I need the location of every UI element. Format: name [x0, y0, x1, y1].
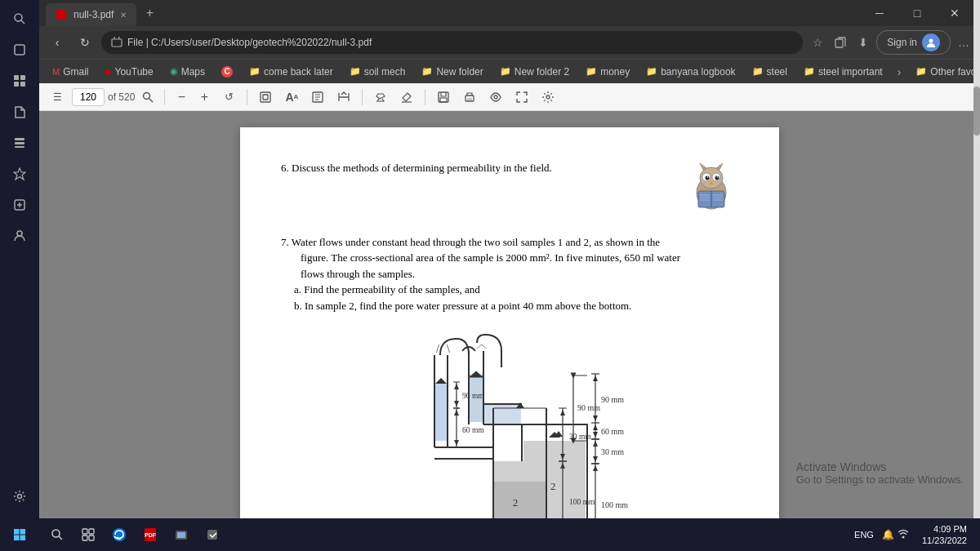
svg-text:90 mm: 90 mm	[462, 392, 484, 400]
back-button[interactable]: ‹	[46, 31, 69, 54]
taskbar-task-view-icon[interactable]	[74, 520, 103, 549]
svg-rect-16	[56, 10, 66, 20]
toolbar-divider-2	[247, 89, 247, 105]
pdf-print-button[interactable]	[458, 86, 481, 109]
taskbar-icon-5[interactable]	[167, 520, 196, 549]
svg-point-14	[17, 231, 22, 236]
svg-rect-22	[261, 92, 270, 102]
toolbar-divider-4	[425, 89, 425, 105]
pdf-tool-3[interactable]	[306, 86, 329, 109]
maximize-button[interactable]: □	[898, 0, 936, 26]
svg-point-41	[717, 176, 719, 178]
sidebar-icon-settings[interactable]	[3, 482, 36, 511]
taskbar-icon-6[interactable]	[198, 520, 227, 549]
reload-button[interactable]: ↻	[74, 31, 96, 54]
taskbar-search-icon[interactable]	[42, 520, 72, 549]
bookmark-come-back-later[interactable]: 📁 come back later	[243, 64, 340, 79]
bookmark-steel-important[interactable]: 📁 steel important	[797, 64, 889, 79]
rotate-button[interactable]: ↺	[217, 86, 240, 109]
more-options-icon[interactable]: …	[954, 33, 973, 52]
sidebar-icon-3[interactable]	[3, 66, 36, 96]
taskbar-language-indicator[interactable]: ENG	[849, 530, 879, 540]
address-field[interactable]: File | C:/Users/user/Desktop/geotech%202…	[101, 31, 803, 54]
pdf-save-button[interactable]	[432, 86, 455, 109]
bookmark-gmail[interactable]: M Gmail	[46, 64, 96, 79]
svg-text:30 mm: 30 mm	[569, 433, 591, 441]
bookmark-other-favorites[interactable]: 📁 Other favorites	[909, 64, 980, 79]
svg-text:\: \	[447, 343, 450, 355]
taskbar-edge-icon[interactable]	[105, 520, 134, 549]
svg-marker-35	[716, 163, 723, 170]
taskbar-wifi-icon[interactable]	[898, 529, 909, 541]
taskbar-date: 11/23/2022	[922, 535, 967, 546]
pdf-settings-button[interactable]	[537, 86, 559, 109]
pdf-tool-4[interactable]	[332, 86, 355, 109]
bookmark-maps[interactable]: ◉ Maps	[163, 64, 212, 79]
bookmark-new-folder-2[interactable]: 📁 New folder 2	[493, 64, 576, 79]
bookmark-steel[interactable]: 📁 steel	[746, 64, 794, 79]
pdf-view-button[interactable]	[484, 86, 507, 109]
collections-icon[interactable]	[831, 33, 850, 52]
bookmark-steel-important-label: steel important	[818, 66, 883, 78]
bookmark-money[interactable]: 📁 money	[579, 64, 636, 79]
bookmark-come-back-later-label: come back later	[264, 66, 333, 78]
pdf-eraser-button[interactable]	[395, 86, 418, 109]
right-scrollbar[interactable]	[973, 0, 980, 518]
window-controls: ─ □ ✕	[861, 0, 973, 26]
pdf-page: 6. Discuss the methods of determining pe…	[240, 127, 779, 518]
svg-marker-139	[560, 410, 565, 415]
pdf-tool-1[interactable]	[254, 86, 277, 109]
question-7-block: 7. Water flows under constant head throu…	[281, 234, 738, 519]
taskbar-system-tray: ENG 🔔	[843, 529, 915, 541]
left-sidebar	[0, 0, 39, 518]
sidebar-search-icon[interactable]	[3, 4, 36, 33]
download-icon[interactable]: ⬇	[853, 33, 873, 52]
svg-point-20	[144, 92, 150, 99]
close-button[interactable]: ✕	[936, 0, 973, 26]
minimize-button[interactable]: ─	[861, 0, 898, 26]
show-desktop-button[interactable]	[973, 518, 980, 551]
pdf-tool-font[interactable]: AA	[280, 86, 303, 109]
sign-in-button[interactable]: Sign in	[876, 30, 951, 55]
sidebar-icon-doc[interactable]	[3, 97, 36, 127]
bookmarks-more-button[interactable]: ›	[893, 64, 906, 80]
svg-marker-128	[454, 401, 459, 407]
start-button[interactable]	[0, 518, 39, 551]
bookmark-banyana[interactable]: 📁 banyana logbook	[639, 64, 742, 79]
zoom-in-button[interactable]: +	[194, 87, 214, 107]
taskbar-pdf-icon[interactable]: PDF	[136, 520, 165, 549]
svg-marker-134	[454, 440, 459, 446]
sidebar-icon-7[interactable]	[3, 190, 36, 220]
pdf-search-button[interactable]	[138, 87, 158, 107]
sidebar-icon-6[interactable]	[3, 159, 36, 189]
svg-rect-165	[14, 535, 20, 541]
taskbar-clock[interactable]: 4:09 PM 11/23/2022	[915, 523, 973, 546]
svg-marker-120	[516, 402, 524, 408]
pdf-content-area[interactable]: 6. Discuss the methods of determining pe…	[39, 111, 980, 518]
page-number-input[interactable]	[72, 88, 105, 106]
svg-point-19	[929, 39, 933, 43]
sidebar-icon-2[interactable]	[3, 35, 36, 64]
bookmark-youtube[interactable]: ▶ YouTube	[99, 64, 160, 79]
taskbar-notification-icon[interactable]: 🔔	[882, 529, 894, 540]
pdf-expand-button[interactable]	[510, 86, 533, 109]
sidebar-icon-5[interactable]	[3, 128, 36, 158]
svg-marker-10	[14, 168, 25, 180]
scroll-thumb[interactable]	[973, 87, 980, 136]
browser-tab[interactable]: null-3.pdf ✕	[46, 3, 136, 26]
svg-rect-27	[440, 98, 447, 102]
bookmark-new-folder[interactable]: 📁 New folder	[415, 64, 489, 79]
svg-rect-172	[89, 535, 94, 540]
tab-close-button[interactable]: ✕	[120, 11, 127, 20]
pdf-highlight-button[interactable]	[369, 86, 392, 109]
star-icon[interactable]: ☆	[808, 33, 827, 52]
bookmark-soil-mech[interactable]: 📁 soil mech	[343, 64, 412, 79]
activate-windows-line1: Activate Windows	[796, 460, 964, 473]
taskbar-time: 4:09 PM	[922, 523, 967, 535]
svg-rect-2	[15, 45, 24, 55]
new-tab-button[interactable]: +	[140, 3, 159, 23]
bookmark-chromium[interactable]: C	[215, 64, 239, 79]
pdf-menu-button[interactable]: ☰	[46, 86, 69, 109]
sidebar-icon-8[interactable]	[3, 221, 36, 251]
zoom-out-button[interactable]: −	[172, 87, 191, 107]
